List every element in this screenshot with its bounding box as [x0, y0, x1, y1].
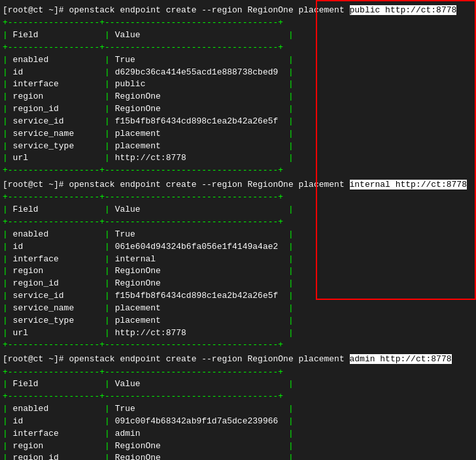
row-region-id-2: | region_id | RegionOne |	[3, 278, 473, 290]
cmd-highlight-internal: internal http://ct:8778	[350, 180, 467, 189]
row-interface-1: | interface | public |	[3, 78, 473, 91]
prompt-3: [root@ct ~]#	[3, 354, 69, 364]
prompt-2: [root@ct ~]#	[3, 180, 69, 189]
border-line: +------------------+--------------------…	[3, 216, 473, 229]
prompt-1: [root@ct ~]#	[3, 5, 69, 15]
row-interface-2: | interface | internal |	[3, 254, 473, 266]
row-enabled-2: | enabled | True |	[3, 229, 473, 241]
row-region-3: | region | RegionOne |	[3, 440, 473, 453]
row-region-1: | region | RegionOne |	[3, 91, 473, 103]
row-region-id-1: | region_id | RegionOne |	[3, 103, 473, 116]
row-service-type-1: | service_type | placement |	[3, 140, 473, 153]
row-service-name-2: | service_name | placement |	[3, 303, 473, 315]
row-region-2: | region | RegionOne |	[3, 265, 473, 278]
header-line: | Field | Value |	[3, 29, 473, 42]
row-url-2: | url | http://ct:8778 |	[3, 327, 473, 340]
row-service-name-1: | service_name | placement |	[3, 128, 473, 140]
table-block-2: +------------------+--------------------…	[0, 191, 476, 352]
header-line: | Field | Value |	[3, 378, 473, 391]
border-line: +------------------+--------------------…	[3, 17, 473, 29]
row-id-3: | id | 091c00f4b68342ab9f1d7a5dce239966 …	[3, 416, 473, 428]
cmd-highlight-admin: admin http://ct:8778	[350, 354, 452, 364]
row-url-1: | url | http://ct:8778 |	[3, 152, 473, 165]
row-enabled-3: | enabled | True |	[3, 403, 473, 416]
row-id-2: | id | 061e604d94324b6fa056e1f4149a4ae2 …	[3, 241, 473, 254]
row-id-1: | id | d629bc36ca414e55acd1e888738cbed9 …	[3, 67, 473, 79]
border-line: +------------------+--------------------…	[3, 165, 473, 177]
border-line: +------------------+--------------------…	[3, 367, 473, 379]
row-service-id-2: | service_id | f15b4fb8f6434cd898c1ea2b4…	[3, 290, 473, 303]
border-line: +------------------+--------------------…	[3, 391, 473, 403]
border-line: +------------------+--------------------…	[3, 42, 473, 54]
command-line-1: [root@ct ~]# openstack endpoint create -…	[0, 4, 476, 17]
cmd-text-3: openstack endpoint create --region Regio…	[69, 354, 349, 364]
cmd-text-1: openstack endpoint create --region Regio…	[69, 5, 349, 15]
terminal: [root@ct ~]# openstack endpoint create -…	[0, 0, 476, 460]
row-interface-3: | interface | admin |	[3, 428, 473, 440]
row-service-id-1: | service_id | f15b4fb8f6434cd898c1ea2b4…	[3, 116, 473, 128]
table-block-3: +------------------+--------------------…	[0, 367, 476, 461]
row-region-id-3: | region_id | RegionOne |	[3, 452, 473, 460]
table-block-1: +------------------+--------------------…	[0, 17, 476, 177]
cmd-highlight-public: public http://ct:8778	[350, 5, 457, 15]
cmd-text-2: openstack endpoint create --region Regio…	[69, 180, 349, 189]
border-line: +------------------+--------------------…	[3, 191, 473, 204]
row-enabled-1: | enabled | True |	[3, 54, 473, 67]
header-line: | Field | Value |	[3, 204, 473, 216]
command-line-3: [root@ct ~]# openstack endpoint create -…	[0, 353, 476, 366]
command-line-2: [root@ct ~]# openstack endpoint create -…	[0, 178, 476, 191]
row-service-type-2: | service_type | placement |	[3, 315, 473, 327]
border-line: +------------------+--------------------…	[3, 339, 473, 352]
